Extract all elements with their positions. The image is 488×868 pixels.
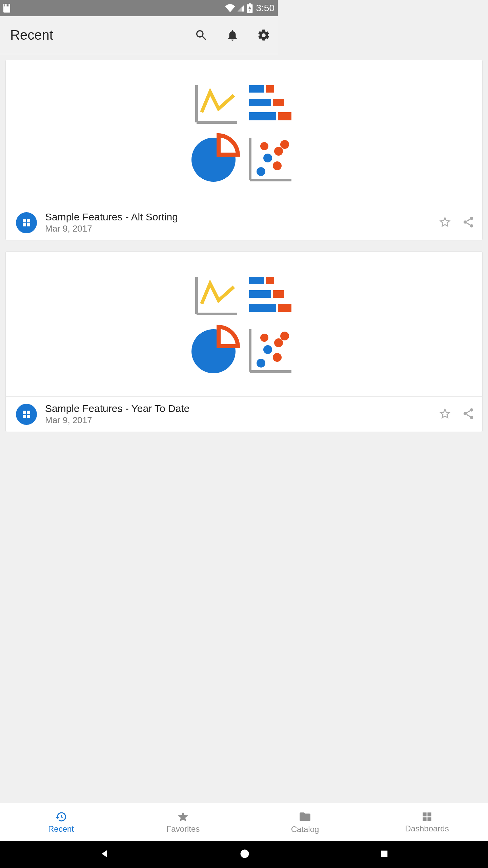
svg-rect-3 — [266, 85, 274, 93]
svg-rect-37 — [23, 415, 26, 418]
notifications-button[interactable] — [225, 28, 240, 43]
svg-rect-26 — [249, 304, 276, 312]
wifi-icon — [225, 4, 235, 12]
svg-point-32 — [273, 353, 278, 362]
search-button[interactable] — [194, 28, 209, 43]
card-footer: Sample Features - Alt Sorting Mar 9, 201… — [6, 205, 278, 240]
svg-rect-5 — [273, 99, 278, 106]
status-time: 3:50 — [256, 3, 275, 14]
card-date: Mar 9, 2017 — [45, 223, 278, 234]
content-area: Sample Features - Alt Sorting Mar 9, 201… — [0, 54, 278, 488]
card-footer: Sample Features - Year To Date Mar 9, 20… — [6, 397, 278, 432]
chart-thumbnail-icon — [190, 270, 278, 378]
dashboard-type-icon — [16, 404, 37, 425]
svg-rect-2 — [249, 85, 264, 93]
card-title: Sample Features - Alt Sorting — [45, 211, 278, 223]
svg-rect-38 — [27, 415, 30, 418]
settings-button[interactable] — [256, 28, 271, 43]
dashboard-type-icon — [16, 212, 37, 233]
svg-rect-35 — [23, 411, 26, 414]
svg-rect-25 — [273, 290, 278, 298]
svg-rect-36 — [27, 411, 30, 414]
report-card[interactable]: Sample Features - Year To Date Mar 9, 20… — [5, 251, 278, 432]
signal-icon — [237, 4, 245, 12]
search-icon — [195, 28, 208, 42]
svg-rect-24 — [249, 290, 271, 298]
svg-rect-6 — [249, 112, 276, 120]
sd-card-icon — [3, 4, 10, 13]
svg-point-9 — [257, 167, 265, 176]
page-title: Recent — [10, 27, 53, 43]
card-preview — [6, 252, 278, 397]
svg-point-33 — [274, 338, 278, 347]
svg-rect-1 — [249, 3, 251, 5]
svg-point-31 — [260, 334, 268, 342]
svg-rect-15 — [23, 219, 26, 222]
svg-point-13 — [274, 147, 278, 156]
svg-point-30 — [263, 345, 272, 354]
app-bar: Recent — [0, 16, 278, 54]
card-title: Sample Features - Year To Date — [45, 403, 278, 414]
card-date: Mar 9, 2017 — [45, 415, 278, 426]
svg-point-10 — [263, 154, 272, 162]
chart-thumbnail-icon — [190, 78, 278, 187]
svg-rect-16 — [27, 219, 30, 222]
battery-charging-icon — [247, 3, 253, 13]
svg-rect-4 — [249, 99, 271, 106]
report-card[interactable]: Sample Features - Alt Sorting Mar 9, 201… — [5, 60, 278, 240]
svg-point-12 — [273, 161, 278, 170]
gear-icon — [257, 28, 270, 42]
svg-rect-17 — [23, 223, 26, 226]
svg-rect-23 — [266, 277, 274, 284]
svg-point-29 — [257, 359, 265, 368]
svg-rect-22 — [249, 277, 264, 284]
bell-icon — [226, 29, 239, 42]
status-bar: 3:50 — [0, 0, 278, 16]
svg-point-11 — [260, 142, 268, 150]
svg-rect-18 — [27, 223, 30, 226]
card-preview — [6, 60, 278, 205]
